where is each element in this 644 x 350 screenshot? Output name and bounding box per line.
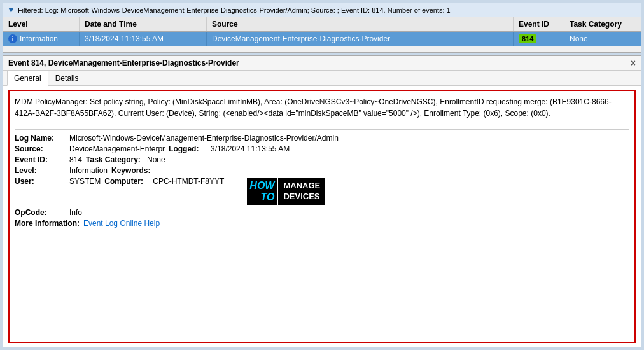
main-container: ▼ Filtered: Log: Microsoft-Windows-Devic…	[0, 0, 644, 350]
col-taskcategory[interactable]: Task Category	[564, 17, 641, 31]
event-description: MDM PolicyManager: Set policy string, Po…	[15, 96, 629, 119]
info-icon: i	[8, 34, 17, 43]
log-name-label: Log Name:	[15, 134, 66, 143]
event-log-online-help-link[interactable]: Event Log Online Help	[83, 219, 160, 228]
level-label: Level:	[15, 166, 66, 175]
tab-general[interactable]: General	[7, 71, 48, 86]
filter-icon: ▼	[7, 5, 15, 15]
more-info-link[interactable]: Event Log Online Help	[83, 219, 160, 228]
details-grid: Log Name: Microsoft-Windows-DeviceManage…	[15, 134, 629, 337]
event-id-detail-value: 814	[69, 155, 82, 164]
divider	[15, 129, 629, 130]
level-value: Information	[20, 34, 58, 43]
more-info-row: More Information: Event Log Online Help	[15, 219, 339, 228]
opcode-row: OpCode: Info	[15, 208, 339, 217]
col-datetime[interactable]: Date and Time	[80, 17, 207, 31]
logo-area: HOW TO MANAGE DEVICES	[247, 177, 326, 206]
opcode-label: OpCode:	[15, 208, 66, 217]
computer-label: Computer:	[104, 177, 149, 206]
task-category-value: None	[570, 34, 588, 43]
cell-taskcategory: None	[564, 32, 641, 46]
table-row[interactable]: i Information 3/18/2024 11:13:55 AM Devi…	[3, 32, 641, 46]
logged-label: Logged:	[169, 144, 207, 153]
bottom-panel: Event 814, DeviceManagement-Enterprise-D…	[3, 55, 641, 347]
cell-level: i Information	[3, 32, 80, 46]
cell-source: DeviceManagement-Enterprise-Diagnostics-…	[207, 32, 514, 46]
opcode-value: Info	[69, 208, 82, 217]
event-id-label: Event ID:	[15, 155, 66, 164]
logo-how-to: HOW TO	[247, 178, 277, 205]
source-label: Source:	[15, 144, 66, 153]
task-cat-detail-value: None	[147, 155, 165, 164]
source-value: DeviceManagement-Enterprise-Diagnostics-…	[212, 34, 390, 43]
keywords-label: Keywords:	[111, 166, 156, 175]
logged-value: 3/18/2024 11:13:55 AM	[211, 144, 290, 153]
source-detail-value: DeviceManagement-Enterpr	[69, 144, 165, 153]
more-info-label: More Information:	[15, 219, 80, 228]
top-panel: ▼ Filtered: Log: Microsoft-Windows-Devic…	[3, 3, 641, 53]
level-detail-value: Information	[69, 166, 108, 175]
source-row: Source: DeviceManagement-Enterpr Logged:…	[15, 144, 339, 153]
filter-bar: ▼ Filtered: Log: Microsoft-Windows-Devic…	[3, 3, 641, 17]
logo-manage: MANAGE DEVICES	[277, 177, 326, 206]
details-left-col: Log Name: Microsoft-Windows-DeviceManage…	[15, 134, 339, 337]
task-cat-label: Task Category:	[86, 155, 143, 164]
col-eventid[interactable]: Event ID	[514, 17, 564, 31]
tabs-row: General Details	[3, 71, 641, 86]
event-id-badge: 814	[519, 34, 536, 43]
table-header: Level Date and Time Source Event ID Task…	[3, 17, 641, 32]
bottom-panel-title: Event 814, DeviceManagement-Enterprise-D…	[8, 59, 239, 67]
cell-eventid: 814	[514, 32, 564, 46]
col-level[interactable]: Level	[3, 17, 80, 31]
user-label: User:	[15, 177, 66, 206]
close-button[interactable]: ×	[631, 59, 636, 67]
log-name-row: Log Name: Microsoft-Windows-DeviceManage…	[15, 134, 339, 143]
user-row: User: SYSTEM Computer: CPC-HTMDT-F8YYT H…	[15, 177, 339, 206]
datetime-value: 3/18/2024 11:13:55 AM	[85, 34, 164, 43]
filter-text: Filtered: Log: Microsoft-Windows-DeviceM…	[18, 6, 451, 14]
content-area: MDM PolicyManager: Set policy string, Po…	[3, 86, 641, 347]
event-box: MDM PolicyManager: Set policy string, Po…	[8, 90, 636, 343]
eventid-row: Event ID: 814 Task Category: None	[15, 155, 339, 164]
scrollbar-area[interactable]	[3, 46, 641, 52]
user-value: SYSTEM	[69, 177, 101, 206]
bottom-panel-header: Event 814, DeviceManagement-Enterprise-D…	[3, 56, 641, 71]
level-row: Level: Information Keywords:	[15, 166, 339, 175]
cell-datetime: 3/18/2024 11:13:55 AM	[80, 32, 207, 46]
col-source[interactable]: Source	[207, 17, 514, 31]
tab-details[interactable]: Details	[48, 71, 86, 86]
log-name-value: Microsoft-Windows-DeviceManagement-Enter…	[69, 134, 339, 143]
computer-value: CPC-HTMDT-F8YYT	[153, 177, 224, 206]
